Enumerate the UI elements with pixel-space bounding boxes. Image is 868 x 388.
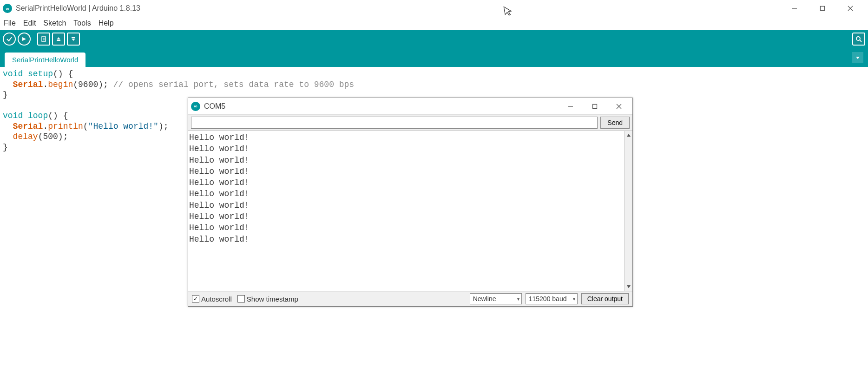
code-token <box>3 80 13 89</box>
close-button[interactable] <box>841 2 860 15</box>
open-sketch-button[interactable] <box>52 33 65 46</box>
scroll-down-icon[interactable] <box>625 283 632 291</box>
serial-scrollbar[interactable] <box>624 131 632 291</box>
code-token: ); <box>58 132 68 141</box>
code-token: Serial <box>13 80 43 89</box>
line-ending-value: Newline <box>473 295 496 303</box>
code-token: ); <box>158 122 169 131</box>
svg-marker-15 <box>856 57 860 59</box>
arduino-logo-icon: ∞ <box>3 4 12 13</box>
svg-point-13 <box>856 37 860 40</box>
menu-tools[interactable]: Tools <box>71 18 93 29</box>
svg-rect-10 <box>57 40 60 41</box>
code-token <box>3 132 13 141</box>
code-token: loop <box>23 111 48 120</box>
code-token: ); <box>98 80 113 89</box>
chevron-down-icon: ▾ <box>573 296 575 302</box>
tab-menu-dropdown[interactable] <box>852 52 863 63</box>
code-token: 500 <box>43 132 58 141</box>
svg-marker-4 <box>22 37 26 41</box>
svg-marker-20 <box>627 134 631 137</box>
code-token: ( <box>38 132 43 141</box>
code-token: setup <box>23 69 53 79</box>
svg-marker-21 <box>627 285 631 288</box>
svg-marker-9 <box>57 37 60 39</box>
sketch-tabbar: SerialPrintHelloWorld <box>0 48 868 67</box>
checkbox-icon <box>237 295 245 303</box>
code-token: void <box>3 69 23 79</box>
serial-minimize-button[interactable] <box>563 100 579 113</box>
serial-input-row: Send <box>188 115 632 131</box>
code-token: begin <box>48 80 73 89</box>
serial-monitor-title: COM5 <box>204 102 225 111</box>
timestamp-label: Show timestamp <box>247 295 298 303</box>
autoscroll-label: Autoscroll <box>201 295 232 303</box>
code-token: 9600 <box>78 80 98 89</box>
code-token <box>3 122 13 131</box>
scroll-up-icon[interactable] <box>625 131 632 139</box>
serial-send-input[interactable] <box>191 117 598 129</box>
toolbar <box>0 30 868 48</box>
chevron-down-icon: ▾ <box>517 296 519 302</box>
save-sketch-button[interactable] <box>67 33 80 46</box>
serial-output-wrap: Hello world! Hello world! Hello world! H… <box>188 131 632 291</box>
line-ending-select[interactable]: Newline ▾ <box>470 293 522 304</box>
code-token: Serial <box>13 122 43 131</box>
serial-bottom-bar: ✓ Autoscroll Show timestamp Newline ▾ 11… <box>188 291 632 306</box>
serial-output[interactable]: Hello world! Hello world! Hello world! H… <box>188 131 624 291</box>
svg-line-14 <box>860 40 861 42</box>
code-token: println <box>48 122 83 131</box>
menu-file[interactable]: File <box>1 18 19 29</box>
upload-button[interactable] <box>18 33 31 46</box>
menu-edit[interactable]: Edit <box>20 18 39 29</box>
code-token: } <box>3 90 8 99</box>
code-token: "Hello world!" <box>88 122 158 131</box>
clear-output-button[interactable]: Clear output <box>581 293 629 304</box>
svg-rect-12 <box>72 37 75 38</box>
serial-maximize-button[interactable] <box>587 100 603 113</box>
baud-value: 115200 baud <box>529 295 567 303</box>
serial-monitor-window: ∞ COM5 Send Hello world! Hello world! He… <box>188 98 633 307</box>
code-token: ( <box>73 80 78 89</box>
baud-select[interactable]: 115200 baud ▾ <box>526 293 578 304</box>
checkbox-icon: ✓ <box>192 295 199 303</box>
arduino-logo-icon: ∞ <box>191 102 200 111</box>
timestamp-checkbox[interactable]: Show timestamp <box>237 295 298 303</box>
svg-marker-11 <box>72 39 75 41</box>
serial-send-button[interactable]: Send <box>600 117 630 129</box>
code-token: . <box>43 122 48 131</box>
menubar: File Edit Sketch Tools Help <box>0 17 868 30</box>
code-token: } <box>3 143 8 152</box>
serial-monitor-button[interactable] <box>852 33 865 46</box>
code-token: () { <box>48 111 68 120</box>
serial-monitor-titlebar[interactable]: ∞ COM5 <box>188 98 632 115</box>
svg-rect-1 <box>821 7 825 11</box>
minimize-button[interactable] <box>785 2 804 15</box>
autoscroll-checkbox[interactable]: ✓ Autoscroll <box>192 295 232 303</box>
main-window-titlebar: ∞ SerialPrintHelloWorld | Arduino 1.8.13 <box>0 0 868 17</box>
sketch-tab[interactable]: SerialPrintHelloWorld <box>5 53 85 67</box>
new-sketch-button[interactable] <box>37 33 50 46</box>
code-token: . <box>43 80 48 89</box>
maximize-button[interactable] <box>813 2 832 15</box>
code-token: ( <box>83 122 88 131</box>
menu-sketch[interactable]: Sketch <box>40 18 69 29</box>
code-token: // opens serial port, sets data rate to … <box>113 80 354 89</box>
code-token: delay <box>13 132 38 141</box>
menu-help[interactable]: Help <box>96 18 117 29</box>
window-title: SerialPrintHelloWorld | Arduino 1.8.13 <box>16 4 140 13</box>
svg-rect-17 <box>593 104 597 108</box>
code-token: void <box>3 111 23 120</box>
code-token: () { <box>53 69 73 79</box>
verify-button[interactable] <box>3 33 16 46</box>
serial-close-button[interactable] <box>611 100 627 113</box>
